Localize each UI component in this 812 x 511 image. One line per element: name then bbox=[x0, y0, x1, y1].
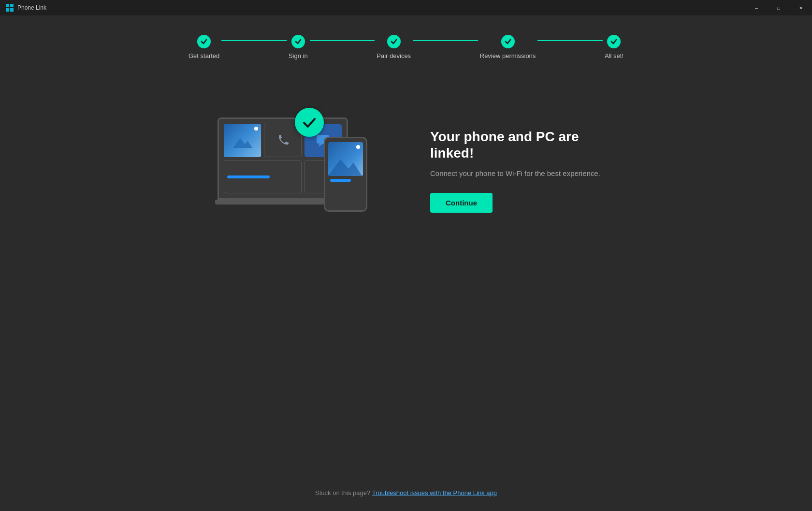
step-label-all-set: All set! bbox=[605, 52, 624, 59]
phone-photo-tile bbox=[328, 142, 363, 176]
success-checkmark-icon bbox=[302, 115, 317, 130]
mountain-icon bbox=[233, 133, 252, 148]
photo-tile bbox=[224, 124, 261, 157]
phone-tile bbox=[264, 124, 301, 157]
step-review-permissions: Review permissions bbox=[480, 35, 536, 59]
continue-button[interactable]: Continue bbox=[430, 193, 493, 213]
step-label-sign-in: Sign in bbox=[289, 52, 308, 59]
svg-rect-2 bbox=[6, 8, 9, 12]
progress-bar bbox=[227, 175, 270, 178]
main-subtext: Connect your phone to Wi-Fi for the best… bbox=[430, 169, 600, 177]
checkmark-icon-3 bbox=[391, 38, 397, 45]
step-label-get-started: Get started bbox=[188, 52, 219, 59]
app-icon bbox=[6, 4, 14, 12]
svg-marker-8 bbox=[319, 144, 323, 146]
titlebar: Phone Link – □ ✕ bbox=[0, 0, 812, 15]
success-badge bbox=[295, 108, 324, 137]
main-content: Get started Sign in Pair devices bbox=[0, 15, 812, 511]
step-sign-in: Sign in bbox=[289, 35, 308, 59]
step-get-started: Get started bbox=[188, 35, 219, 59]
phone-icon bbox=[276, 134, 290, 147]
checkmark-icon-2 bbox=[295, 38, 302, 45]
step-circle-all-set bbox=[607, 35, 621, 48]
maximize-button[interactable]: □ bbox=[768, 0, 790, 15]
svg-rect-1 bbox=[10, 4, 14, 7]
titlebar-left: Phone Link bbox=[6, 4, 46, 12]
step-line-4 bbox=[537, 40, 603, 41]
footer: Stuck on this page? Troubleshoot issues … bbox=[315, 489, 497, 496]
checkmark-icon-5 bbox=[610, 38, 617, 45]
step-all-set: All set! bbox=[605, 35, 624, 59]
step-circle-get-started bbox=[197, 35, 211, 48]
content-area: Your phone and PC are linked! Connect yo… bbox=[0, 98, 812, 243]
phone-dot-indicator bbox=[356, 145, 360, 149]
checkmark-icon bbox=[201, 38, 207, 45]
svg-rect-0 bbox=[6, 4, 9, 7]
step-line-2 bbox=[310, 40, 375, 41]
footer-static-text: Stuck on this page? bbox=[315, 489, 370, 496]
step-label-pair-devices: Pair devices bbox=[377, 52, 411, 59]
right-content: Your phone and PC are linked! Connect yo… bbox=[430, 129, 624, 212]
step-circle-review-permissions bbox=[501, 35, 515, 48]
dot-indicator bbox=[254, 127, 258, 131]
step-circle-sign-in bbox=[291, 35, 305, 48]
titlebar-controls: – □ ✕ bbox=[745, 0, 812, 15]
main-headline: Your phone and PC are linked! bbox=[430, 129, 624, 161]
step-line-3 bbox=[413, 40, 478, 41]
step-line-1 bbox=[221, 40, 287, 41]
phone-device bbox=[324, 137, 367, 212]
step-pair-devices: Pair devices bbox=[377, 35, 411, 59]
minimize-button[interactable]: – bbox=[745, 0, 768, 15]
wide-tile bbox=[224, 160, 302, 193]
step-label-review-permissions: Review permissions bbox=[480, 52, 536, 59]
phone-progress-bar bbox=[330, 179, 351, 182]
svg-marker-9 bbox=[328, 159, 362, 176]
checkmark-icon-4 bbox=[505, 38, 511, 45]
troubleshoot-link[interactable]: Troubleshoot issues with the Phone Link … bbox=[372, 489, 497, 496]
step-circle-pair-devices bbox=[387, 35, 401, 48]
close-button[interactable]: ✕ bbox=[790, 0, 812, 15]
svg-rect-3 bbox=[10, 8, 14, 12]
phone-mountain-icon bbox=[328, 152, 362, 176]
device-illustration bbox=[188, 98, 382, 243]
progress-stepper: Get started Sign in Pair devices bbox=[188, 35, 624, 59]
app-title: Phone Link bbox=[17, 4, 46, 11]
